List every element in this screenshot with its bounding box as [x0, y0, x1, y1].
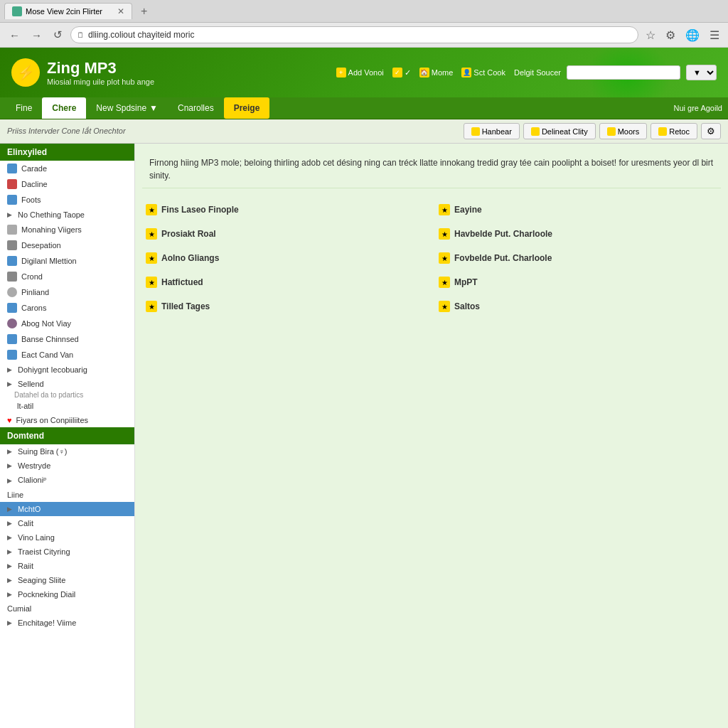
nav-item-preige[interactable]: Preige — [224, 97, 270, 119]
desepation-label: Desepation — [21, 241, 61, 250]
sidebar-item-ltatil[interactable]: lt-atil — [0, 399, 134, 413]
sidebar-item-foots[interactable]: Foots — [0, 192, 134, 208]
hanbear-icon — [471, 127, 480, 136]
add-vonoi-button[interactable]: + Add Vonoi — [336, 68, 384, 77]
forward-button[interactable]: → — [28, 28, 46, 43]
address-bar[interactable]: 🗒 dliing.coliout chayiteid moric — [70, 26, 638, 43]
feature-icon-8: ★ — [146, 301, 157, 312]
sidebar-item-carons[interactable]: Carons — [0, 300, 134, 316]
menu-button[interactable]: ☰ — [707, 27, 722, 43]
feature-tilled[interactable]: ★ Tilled Tages — [146, 297, 424, 316]
settings-gear-button[interactable]: ⚙ — [663, 27, 678, 43]
traeist-arrow-icon: ▶ — [7, 548, 12, 555]
sub-nav-buttons: Hanbear Delineat Clity Moors Retoc ⚙ — [464, 123, 721, 139]
hanbear-button[interactable]: Hanbear — [464, 123, 520, 139]
sidebar-item-clalioniP[interactable]: ▶ Clalioniᵖ — [0, 473, 134, 488]
sidebar-item-eact[interactable]: Eact Cand Van — [0, 347, 134, 363]
sidebar-item-desepation[interactable]: Desepation — [0, 237, 134, 253]
delineat-icon — [531, 127, 540, 136]
sidebar-item-carade[interactable]: Carade — [0, 161, 134, 176]
vino-label: Vino Laing — [18, 533, 55, 542]
feature-fovbelde[interactable]: ★ Fovbelde Put. Charloole — [439, 249, 717, 267]
mchto-arrow-icon: ▶ — [7, 505, 12, 513]
sidebar-item-digilanl[interactable]: Digilanl Mlettion — [0, 253, 134, 269]
sidebar-item-cumial[interactable]: Cumial — [0, 601, 134, 616]
seaging-arrow-icon: ▶ — [7, 577, 12, 584]
sidebar-section2-header: Domtend — [0, 427, 134, 444]
nav-item-new-spdsine[interactable]: New Spdsine ▼ — [86, 97, 168, 119]
delineat-button[interactable]: Delineat Clity — [523, 123, 596, 139]
feature-mppt[interactable]: ★ MpPT — [439, 273, 717, 291]
home-button[interactable]: 🏠 Mome — [419, 68, 454, 77]
feature-label-0: Fins Laseo Finople — [161, 205, 239, 215]
calit-label: Calit — [18, 519, 33, 528]
sidebar-item-enchitage[interactable]: ▶ Enchitage! Viime — [0, 616, 134, 630]
back-button[interactable]: ← — [6, 28, 23, 43]
check-icon: ✓ — [392, 68, 402, 77]
nav-right-link[interactable]: Nui gre Agoild — [674, 104, 723, 112]
westryde-label: Westryde — [18, 461, 50, 470]
sidebar-item-pockneking[interactable]: ▶ Pockneking Diail — [0, 587, 134, 601]
liine-label: Liine — [7, 491, 23, 499]
browser-tab[interactable]: Mose View 2cin Flirter ✕ — [4, 3, 132, 19]
sidebar-item-seaging[interactable]: ▶ Seaging Sliite — [0, 573, 134, 587]
browser-tab-bar: Mose View 2cin Flirter ✕ + — [0, 0, 728, 23]
feature-fins-laseo[interactable]: ★ Fins Laseo Finople — [146, 200, 424, 219]
check-button[interactable]: ✓ ✓ — [392, 68, 411, 77]
moors-button[interactable]: Moors — [599, 123, 648, 139]
new-tab-button[interactable]: + — [136, 4, 151, 19]
feature-eayine[interactable]: ★ Eayine — [439, 200, 717, 219]
sidebar-item-no-chething[interactable]: ▶ No Chething Taope — [0, 208, 134, 222]
sidebar-item-dohiygnt[interactable]: ▶ Dohiygnt Iecobuarig — [0, 363, 134, 377]
eact-label: Eact Cand Van — [21, 350, 73, 359]
no-chething-label: No Chething Taope — [18, 210, 85, 219]
sidebar-item-crond[interactable]: Crond — [0, 269, 134, 284]
nav-cnarolles-label: Cnarolles — [178, 103, 214, 113]
feature-icon-7: ★ — [439, 277, 450, 288]
search-input[interactable] — [567, 65, 680, 80]
feature-havbelde[interactable]: ★ Havbelde Put. Charloole — [439, 225, 717, 243]
user-label: Sct Cook — [473, 68, 505, 77]
sidebar-item-fiyars[interactable]: ♥ Fiyars on Conpiiliites — [0, 413, 134, 427]
sidebar-item-vino[interactable]: ▶ Vino Laing — [0, 530, 134, 545]
sidebar-item-pinliand[interactable]: Pinliand — [0, 284, 134, 300]
feature-hatfictued[interactable]: ★ Hatfictued — [146, 273, 424, 291]
logo-area: ⚡ Zing MP3 Miosial ming uile plot hub an… — [11, 58, 154, 87]
nav-item-chere[interactable]: Chere — [42, 97, 86, 119]
feature-prosiakt[interactable]: ★ Prosiakt Roal — [146, 225, 424, 243]
arrow-icon: ▶ — [7, 211, 12, 218]
feature-aolno[interactable]: ★ Aolno Gliangs — [146, 249, 424, 267]
tab-close-button[interactable]: ✕ — [117, 6, 124, 16]
sidebar-item-sellend[interactable]: ▶ Sellend — [0, 377, 134, 391]
sidebar-item-dacline[interactable]: Dacline — [0, 176, 134, 192]
feature-saltos[interactable]: ★ Saltos — [439, 297, 717, 316]
dacline-icon — [7, 179, 17, 189]
clalionip-arrow-icon: ▶ — [7, 477, 12, 484]
retoc-button[interactable]: Retoc — [651, 123, 697, 139]
extension-button[interactable]: 🌐 — [682, 27, 702, 43]
sidebar-item-traeist[interactable]: ▶ Traeist Cityring — [0, 545, 134, 559]
sidebar-item-abog[interactable]: Abog Not Viay — [0, 316, 134, 331]
sidebar-item-westryde[interactable]: ▶ Westryde — [0, 459, 134, 473]
banse-icon — [7, 334, 17, 344]
content-area: Firnong hiing MP3 mole; beloing thirling… — [135, 144, 728, 728]
browser-nav-bar: ← → ↺ 🗒 dliing.coliout chayiteid moric ☆… — [0, 23, 728, 48]
sidebar-item-banse[interactable]: Banse Chinnsed — [0, 331, 134, 347]
sidebar-item-liine[interactable]: Liine — [0, 488, 134, 502]
feature-label-7: MpPT — [454, 277, 478, 287]
settings-button[interactable]: ⚙ — [701, 123, 721, 139]
nav-item-fine[interactable]: Fine — [6, 97, 42, 119]
nav-item-cnarolles[interactable]: Cnarolles — [168, 97, 224, 119]
search-select[interactable]: ▼ — [686, 65, 717, 80]
bookmark-star-button[interactable]: ☆ — [643, 27, 658, 43]
app-subtitle: Miosial ming uile plot hub ange — [47, 77, 154, 86]
feature-icon-3: ★ — [439, 228, 450, 240]
sidebar-item-calit[interactable]: ▶ Calit — [0, 516, 134, 530]
user-button[interactable]: 👤 Sct Cook — [461, 68, 505, 77]
home-icon: 🏠 — [419, 68, 429, 77]
sidebar-item-raiit[interactable]: ▶ Raiit — [0, 559, 134, 573]
sidebar-item-suing[interactable]: ▶ Suing Bira (♀) — [0, 444, 134, 459]
sidebar-item-mchto[interactable]: ▶ MchtO — [0, 502, 134, 516]
reload-button[interactable]: ↺ — [50, 27, 66, 43]
sidebar-item-monahing[interactable]: Monahing Viigers — [0, 222, 134, 237]
